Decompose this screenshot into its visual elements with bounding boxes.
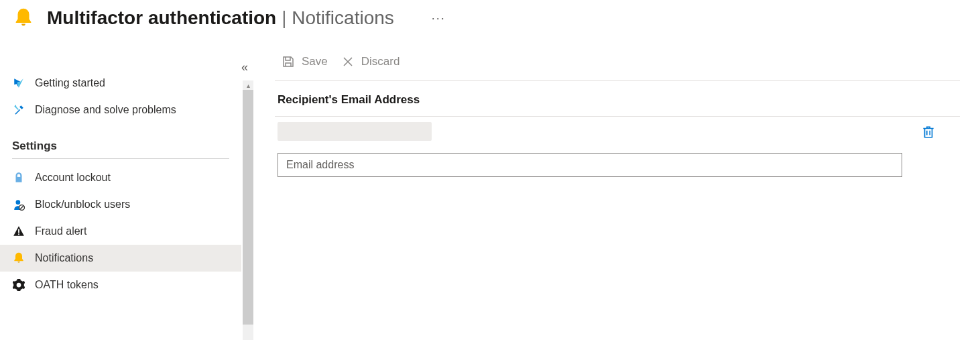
recipient-value — [278, 122, 913, 144]
sidebar-item-label: Fraud alert — [35, 225, 86, 237]
bell-icon — [12, 251, 25, 265]
sidebar-item-block-users[interactable]: Block/unblock users — [0, 191, 241, 218]
gear-icon — [12, 278, 25, 292]
sidebar-item-notifications[interactable]: Notifications — [0, 245, 241, 272]
sidebar-item-label: Notifications — [35, 252, 93, 264]
sidebar-item-label: Block/unblock users — [35, 198, 130, 211]
title-separator: | — [282, 7, 286, 28]
quickstart-icon — [12, 76, 25, 90]
tools-icon — [12, 103, 25, 117]
redacted-value — [278, 122, 432, 141]
save-button[interactable]: Save — [282, 55, 328, 68]
sidebar-item-diagnose[interactable]: Diagnose and solve problems — [0, 97, 241, 123]
main-content: Save Discard Recipient's Email Address — [255, 36, 980, 340]
divider — [12, 158, 229, 159]
sidebar-scroll: « ▴ — [241, 64, 255, 340]
svg-rect-3 — [18, 229, 19, 233]
page-title-wrap: Multifactor authentication | Notificatio… — [47, 7, 394, 29]
discard-button[interactable]: Discard — [341, 55, 400, 68]
warning-icon — [12, 225, 25, 238]
page-header: Multifactor authentication | Notificatio… — [0, 0, 980, 36]
recipients-label: Recipient's Email Address — [275, 81, 960, 116]
user-block-icon — [12, 198, 25, 211]
sidebar-item-oath-tokens[interactable]: OATH tokens — [0, 272, 241, 298]
svg-point-0 — [16, 200, 21, 205]
more-icon[interactable]: ··· — [432, 11, 446, 25]
sidebar-item-account-lockout[interactable]: Account lockout — [0, 164, 241, 191]
delete-button[interactable] — [921, 125, 937, 141]
scrollbar-track[interactable]: ▴ — [243, 80, 253, 340]
discard-label: Discard — [361, 55, 400, 68]
save-icon — [282, 55, 295, 68]
page-subtitle: Notifications — [292, 7, 394, 28]
email-input[interactable] — [278, 153, 902, 177]
sidebar-item-label: Diagnose and solve problems — [35, 104, 176, 116]
close-icon — [341, 55, 355, 68]
sidebar-item-getting-started[interactable]: Getting started — [0, 70, 241, 97]
sidebar-item-label: Getting started — [35, 77, 105, 89]
sidebar-item-label: OATH tokens — [35, 279, 99, 291]
table-row — [275, 117, 960, 149]
collapse-icon[interactable]: « — [241, 60, 248, 74]
save-label: Save — [302, 55, 328, 68]
toolbar: Save Discard — [275, 36, 960, 81]
sidebar-item-fraud-alert[interactable]: Fraud alert — [0, 218, 241, 245]
scroll-up-icon[interactable]: ▴ — [243, 80, 253, 90]
svg-rect-4 — [18, 233, 19, 235]
sidebar-section-settings: Settings — [0, 135, 241, 158]
page-title: Multifactor authentication — [47, 7, 276, 28]
lock-icon — [12, 171, 25, 184]
scrollbar-thumb[interactable] — [243, 90, 253, 325]
bell-icon — [12, 7, 35, 30]
sidebar: Getting started Diagnose and solve probl… — [0, 36, 241, 340]
sidebar-item-label: Account lockout — [35, 172, 111, 184]
